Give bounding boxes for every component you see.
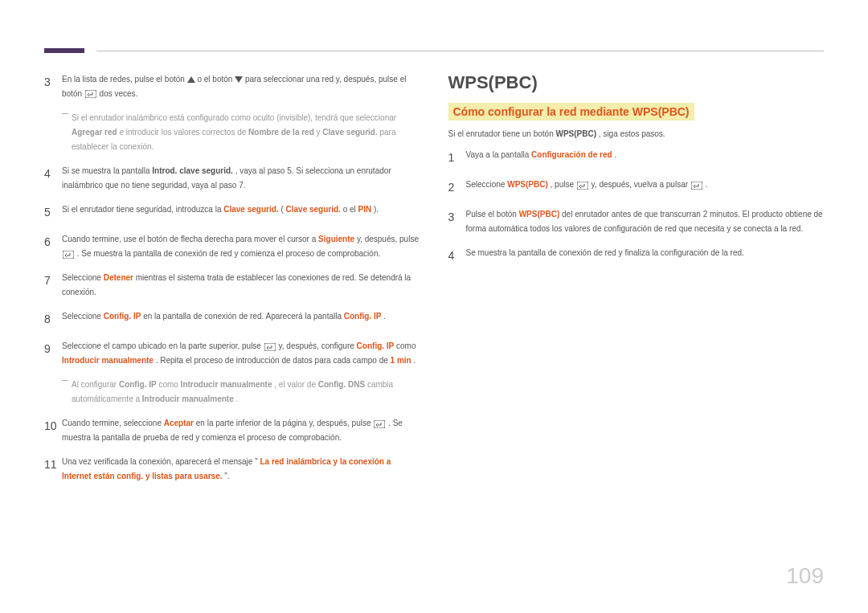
step-number: 4 (448, 246, 466, 266)
highlight: Aceptar (164, 419, 194, 427)
step-4: 4 Si se muestra la pantalla Introd. clav… (44, 164, 420, 193)
text: Cuando termine, use el botón de flecha d… (62, 235, 318, 243)
step-number: 9 (44, 339, 62, 368)
text: Seleccione el campo ubicado en la parte … (62, 341, 264, 350)
chapter-marker (44, 48, 84, 53)
enter-icon (577, 182, 588, 190)
text: , pulse (551, 180, 576, 189)
text: Si el enrutador inalámbrico está configu… (72, 113, 396, 122)
highlight: PIN (358, 205, 372, 214)
step-number: 1 (448, 148, 466, 168)
text: en la pantalla de conexión de red. Apare… (143, 312, 344, 321)
highlight: Config. DNS (318, 380, 365, 389)
section-title: WPS(PBC) (448, 72, 825, 93)
text: Pulse el botón (466, 210, 519, 219)
text: en la parte inferior de la página y, des… (196, 419, 374, 427)
text: En la lista de redes, pulse el botón (62, 75, 187, 84)
left-column: 3 En la lista de redes, pulse el botón o… (44, 72, 420, 493)
step-3: 3 Pulse el botón WPS(PBC) del enrutador … (448, 207, 825, 236)
highlight: Introducir manualmente (181, 380, 272, 389)
text: Al configurar (72, 380, 119, 389)
intro-text: Si el enrutador tiene un botón WPS(PBC) … (448, 127, 825, 141)
highlight: Config. IP (119, 380, 157, 389)
text: como (396, 341, 416, 350)
text: y, después, vuelva a pulsar (592, 180, 690, 189)
step-number: 3 (44, 72, 62, 101)
highlight: Siguiente (318, 235, 354, 243)
page-number: 109 (786, 563, 824, 589)
text: ". (224, 472, 229, 480)
text: . (236, 394, 239, 403)
text: o el botón (197, 75, 235, 84)
highlight: WPS(PBC) (555, 129, 596, 138)
text: Si el enrutador tiene un botón (448, 129, 556, 138)
text: o el (343, 205, 358, 214)
step-number: 4 (44, 164, 62, 193)
text: . (413, 356, 416, 365)
highlight: WPS(PBC) (519, 210, 560, 219)
down-arrow-icon (235, 76, 243, 83)
text: . Se muestra la pantalla de conexión de … (77, 249, 380, 258)
note: Si el enrutador inalámbrico está configu… (62, 111, 420, 154)
text: y, después, pulse (357, 235, 419, 243)
text: Seleccione (62, 312, 104, 321)
section-subtitle: Cómo configurar la red mediante WPS(PBC) (448, 103, 694, 121)
note: Al configurar Config. IP como Introducir… (62, 378, 420, 407)
step-6: 6 Cuando termine, use el botón de flecha… (44, 232, 420, 261)
highlight: Clave segurid. (322, 128, 377, 137)
text: , siga estos pasos. (599, 129, 665, 138)
step-10: 10 Cuando termine, seleccione Aceptar en… (44, 416, 420, 445)
step-7: 7 Seleccione Detener mientras el sistema… (44, 271, 420, 300)
highlight: Introd. clave segurid. (152, 166, 233, 175)
highlight: Configuración de red (531, 150, 612, 159)
step-2: 2 Seleccione WPS(PBC) , pulse y, después… (448, 178, 825, 198)
step-number: 3 (448, 207, 466, 236)
step-number: 2 (448, 178, 466, 198)
step-5: 5 Si el enrutador tiene seguridad, intro… (44, 202, 420, 223)
step-1: 1 Vaya a la pantalla Configuración de re… (448, 148, 825, 168)
step-4: 4 Se muestra la pantalla de conexión de … (448, 246, 825, 266)
text: Si el enrutador tiene seguridad, introdu… (62, 205, 223, 214)
highlight: Clave segurid. (223, 205, 278, 214)
step-9: 9 Seleccione el campo ubicado en la part… (44, 339, 420, 368)
page: 3 En la lista de redes, pulse el botón o… (0, 0, 868, 613)
highlight: Nombre de la red (248, 128, 314, 137)
highlight: Config. IP (104, 312, 141, 321)
text: dos veces. (100, 89, 138, 98)
text: . (706, 180, 708, 189)
step-number: 7 (44, 271, 62, 300)
step-number: 10 (44, 416, 62, 445)
highlight: WPS(PBC) (507, 180, 548, 189)
right-column: WPS(PBC) Cómo configurar la red mediante… (448, 72, 825, 493)
text: Una vez verificada la conexión, aparecer… (62, 457, 258, 466)
enter-icon (691, 182, 702, 190)
enter-icon (374, 420, 385, 428)
text: , el valor de (274, 380, 317, 389)
enter-icon (264, 343, 276, 351)
enter-icon (85, 90, 96, 98)
step-number: 6 (44, 232, 62, 261)
text: . (614, 150, 616, 159)
up-arrow-icon (187, 76, 195, 83)
highlight: Clave segurid. (286, 205, 341, 214)
text: ). (374, 205, 379, 214)
step-8: 8 Seleccione Config. IP en la pantalla d… (44, 309, 420, 329)
text: Cuando termine, seleccione (62, 419, 164, 427)
highlight: Introducir manualmente (62, 356, 154, 365)
header-rule (96, 51, 824, 51)
text: ( (280, 205, 283, 214)
text: . Repita el proceso de introducción de d… (156, 356, 391, 365)
step-number: 8 (44, 309, 62, 329)
highlight: Config. IP (344, 312, 382, 321)
enter-icon (63, 251, 74, 259)
text: Seleccione (62, 273, 104, 282)
text: . (383, 312, 386, 321)
text: como (158, 380, 180, 389)
text: Si se muestra la pantalla (62, 166, 152, 175)
step-number: 11 (44, 455, 62, 484)
text: Vaya a la pantalla (466, 150, 532, 159)
text: Se muestra la pantalla de conexión de re… (466, 246, 825, 266)
step-number: 5 (44, 202, 62, 223)
text: e introducir los valores correctos de (119, 128, 248, 137)
highlight: Config. IP (357, 341, 395, 350)
